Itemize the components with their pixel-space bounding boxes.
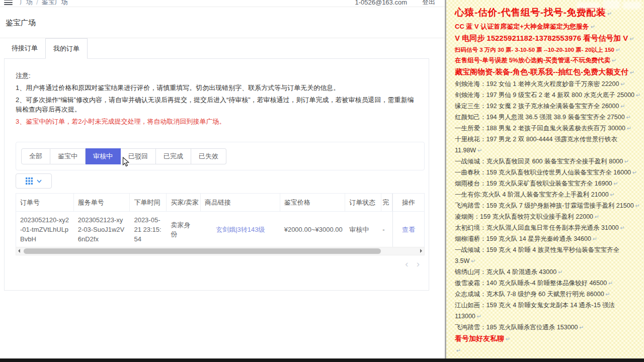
page-title: 鉴宝广场 [6, 18, 36, 28]
listing-item: 十里桃花：197 男龙 2 双 800-4444 强霹克水传世景行铁衣 11.9… [455, 134, 641, 156]
paragraph-return-icon [625, 125, 631, 132]
status-filter-box: 全部 鉴宝中 审核中 已驳回 已完成 已失效 [16, 142, 425, 170]
pagination: ‹ › [405, 259, 420, 269]
listing-item: 众志成城：克木队 7-8 级护身 60 天赋景行明光 86000 [455, 289, 641, 300]
scroll-right-arrow-icon[interactable] [420, 249, 422, 253]
header-order-no: 订单号 [16, 194, 74, 211]
header-order-time: 下单时间 [130, 194, 167, 211]
my-orders-panel: 注意: 1、用户将通过价格和原因对鉴宝结果进行评价，请慎重填写。切勿出现错别字、… [4, 59, 429, 291]
cell-service-no: 2023052123-xy2-03-SuoJ1w2V6nD2fx [74, 212, 130, 247]
listing-item: 江山如画：159 克火 4 阶睡女鬼女龙副本 14 通杀-15 强法 11300… [455, 300, 641, 322]
paragraph-return-icon [604, 291, 610, 298]
paragraph-return-icon [455, 345, 461, 354]
topbar-divider [0, 7, 445, 7]
breadcrumb-item-plaza[interactable]: 广场 [20, 0, 33, 7]
listing-item: 剑烛沧海：197 男仙 9 级宝石 2 老 4 新双 800 水克火底子 250… [455, 89, 641, 101]
horizontal-scrollbar[interactable] [16, 247, 425, 255]
filter-expired-button[interactable]: 已失效 [191, 148, 226, 164]
paragraph-return-icon [628, 67, 634, 76]
cell-actions: 查看 [392, 212, 424, 247]
ad-document: 心猿-估价-代售组号-找号-免费配装 CC 蓝 V 认证首席鉴定+大神金牌鉴定为… [446, 0, 644, 358]
paragraph-return-icon [469, 257, 475, 264]
logout-button[interactable]: 登出 [422, 0, 435, 7]
cell-order-no: 2023052120-xy2-01-tmZVtLhULpBvbH [16, 212, 74, 247]
breadcrumb-separator: / [36, 0, 38, 6]
listing-item: 锦绣山河：克火队 4 阶混通杀 43000 [455, 266, 641, 278]
listing-item: 太初幻境：克火队混人回血鬼日常任务副本异光通杀 31000 [455, 222, 641, 233]
paragraph-return-icon [556, 268, 562, 276]
listing-item: 一生所爱：188 男鬼 2 老孩子回血鬼火装孟极去疾百万 30000 [455, 123, 641, 134]
breadcrumb: 广场 / 鉴宝广场 [20, 0, 68, 7]
filter-under-review-button[interactable]: 审核中 [86, 148, 121, 164]
cell-buyer-seller: 卖家身份 [167, 212, 201, 247]
table-row: 2023052120-xy2-01-tmZVtLhULpBvbH 2023052… [16, 212, 424, 247]
ad-subtitle-4: 在售组号-单号误差 5%放心选购-买贵管退-不玩免费代卖 [455, 55, 641, 66]
filter-all-button[interactable]: 全部 [21, 148, 50, 164]
breadcrumb-item-appraisal-plaza: 鉴宝广场 [42, 0, 68, 7]
ad-subtitle-5: 藏宝阁物资-装备-角色-联系我--抽红包-免费大额支付 [455, 66, 641, 78]
scrollbar-thumb[interactable] [24, 248, 381, 254]
listing-item: 一曲春秋：159 克火队畜牧职业传世男人仙装备宝宝齐全 16000 [455, 167, 641, 178]
paragraph-return-icon [504, 334, 510, 342]
appraisal-app: 广场 / 鉴宝广场 1-0526@163.com 登出 鉴宝广场 待接订单 我的… [0, 0, 445, 358]
paragraph-return-icon [628, 34, 634, 42]
grid-icon [26, 177, 33, 185]
tab-my-orders[interactable]: 我的订单 [45, 38, 88, 59]
filter-appraising-button[interactable]: 鉴宝中 [50, 148, 86, 164]
cell-appraisal-price: ¥2000.00~¥3000.00 [280, 212, 346, 247]
tab-pending-orders[interactable]: 待接订单 [4, 38, 45, 59]
header-done-time-truncated: 完 [381, 194, 392, 211]
header-service-no: 服务单号 [74, 194, 130, 211]
paragraph-return-icon [612, 180, 618, 187]
watermark [577, 0, 642, 11]
header-appraisal-price: 鉴宝价格 [280, 194, 346, 211]
ad-footer: 看号加好友私聊 [455, 333, 641, 344]
listing-item: 缘定三生：192 女魔 2 孩子克水抽全满装备宝宝齐全 26000 [455, 101, 641, 112]
listing-item: 傲雪凌霜：140 克火队睡杀-4 阶睡整体品像较好 46500 [455, 278, 641, 289]
paragraph-return-icon [619, 103, 625, 110]
listing-item: 飞鸿踏雪：159 克火队 7 级护身新神孩-甘霖瑞雪接手盈利 21500 [455, 200, 641, 211]
paragraph-return-icon [625, 114, 631, 121]
view-link[interactable]: 查看 [402, 225, 415, 234]
ad-subtitle-1: CC 蓝 V 认证首席鉴定+大神金牌鉴定为您服务 [455, 21, 641, 32]
mouse-cursor [122, 157, 130, 167]
screen: 广场 / 鉴宝广场 1-0526@163.com 登出 鉴宝广场 待接订单 我的… [0, 0, 644, 362]
header-actions: 操作 [392, 194, 424, 211]
paragraph-return-icon [578, 324, 584, 331]
paragraph-return-icon [614, 47, 620, 53]
cell-product-link: 玄剑娥|3转143级 [201, 212, 280, 247]
paragraph-return-icon [475, 313, 481, 320]
notice-block: 注意: 1、用户将通过价格和原因对鉴宝结果进行评价，请慎重填写。切勿出现错别字、… [16, 71, 418, 129]
filter-completed-button[interactable]: 已完成 [156, 148, 191, 164]
paragraph-return-icon [619, 224, 625, 231]
order-tabs: 待接订单 我的订单 [4, 38, 429, 59]
product-link[interactable]: 玄剑娥|3转143级 [216, 225, 265, 234]
listing-item: 飞鸿踏雪：185 克火队睡杀宫位通杀 153000 [455, 322, 641, 333]
next-page-button[interactable]: › [417, 259, 420, 269]
paragraph-return-icon [619, 80, 625, 87]
column-settings-button[interactable] [16, 173, 52, 189]
paragraph-return-icon [593, 213, 599, 220]
empty-line [455, 344, 641, 356]
paragraph-return-icon [607, 280, 613, 287]
paragraph-return-icon [609, 191, 615, 198]
cell-order-status: 审核中 [345, 212, 381, 247]
listing-item: 红颜知己：194 男人忽混 36.5 强混 38.9 装备宝宝齐全 27500 [455, 112, 641, 123]
scroll-left-arrow-icon[interactable] [18, 249, 20, 253]
paragraph-return-icon [634, 92, 640, 99]
listing-item: 烟柳灞桥：159 克火队 14 星异光秦岭通杀 34600 [455, 233, 641, 244]
listing-item: 一战倾城：159 克火 4 阶睡 4 族灵性鬼平秒仙装备宝宝齐全 3.5W [455, 244, 641, 266]
paragraph-return-icon [610, 57, 616, 64]
paragraph-return-icon [591, 235, 597, 242]
header-buyer-seller: 买家/卖家 [167, 194, 201, 211]
previous-page-button[interactable]: ‹ [405, 259, 408, 269]
listing-item: 一生有你:克火队 4 阶混人装备宝宝齐全上手盈利 21000 [455, 189, 641, 200]
header-product-link: 商品链接 [201, 194, 280, 211]
listing-item: 一战倾城：克火队畜牧回灵 600 装备宝宝齐全接手盈利 8000 [455, 156, 641, 167]
paragraph-return-icon [631, 169, 637, 176]
cell-done-time: - [381, 212, 392, 247]
ad-subtitle-3: 扫码估号 3 万内 30 票- 3-10-50 票 --10-20-100 票-… [455, 45, 641, 55]
cell-order-time: 2023-05-21 23:15:54 [130, 212, 167, 247]
paragraph-return-icon [623, 158, 629, 165]
menu-icon[interactable] [4, 0, 13, 6]
